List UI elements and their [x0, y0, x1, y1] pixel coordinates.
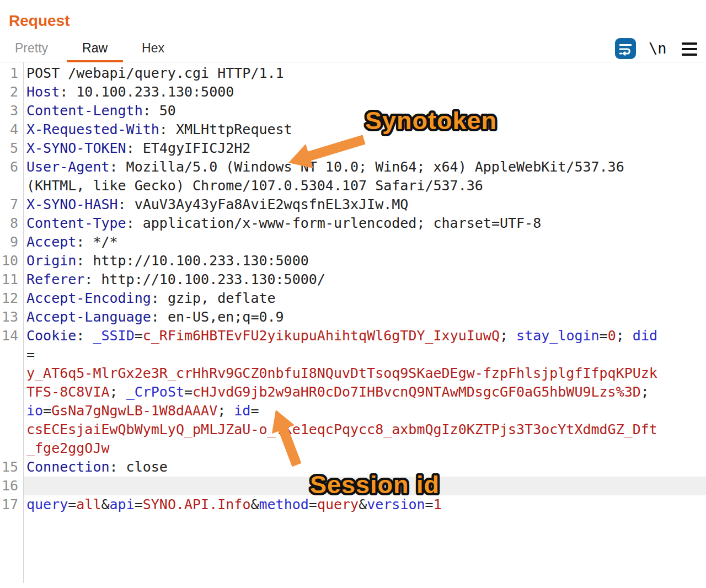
line-number: [0, 364, 23, 383]
synotoken-label: Synotoken: [365, 108, 497, 133]
code-row: 9Accept: */*: [0, 233, 706, 252]
code-line: _fge2ggOJw: [23, 439, 706, 458]
code-row: 10Origin: http://10.100.233.130:5000: [0, 252, 706, 270]
session-id-label: Session id: [310, 472, 440, 497]
line-number: [0, 345, 23, 364]
tab-bar: Pretty Raw Hex: [0, 38, 706, 62]
line-number: 14: [0, 327, 23, 345]
menu-bar: [682, 48, 697, 50]
code-line: POST /webapi/query.cgi HTTP/1.1: [23, 64, 706, 83]
menu-bar: [682, 54, 697, 56]
code-line: Content-Type: application/x-www-form-url…: [23, 214, 706, 233]
code-line: csECEsjaiEwQbWymLyQ_pMLJZaU-o_fKe1eqcPqy…: [23, 420, 706, 439]
code-row: 3Content-Length: 50: [0, 101, 706, 120]
panel-title: Request: [0, 0, 706, 29]
code-row: TFS-8C8VIA; _CrPoSt=cHJvdG9jb2w9aHR0cDo7…: [0, 383, 706, 402]
code-line: Cookie: _SSID=c_RFim6HBTEvFU2yikupuAhiht…: [23, 327, 706, 345]
line-number: [0, 420, 23, 439]
line-number: 5: [0, 139, 23, 158]
word-wrap-glyph: [615, 38, 636, 59]
line-number: 3: [0, 101, 23, 120]
line-number: 13: [0, 308, 23, 327]
code-line: Origin: http://10.100.233.130:5000: [23, 252, 706, 270]
line-number: 4: [0, 120, 23, 139]
tab-raw[interactable]: Raw: [82, 42, 108, 62]
hamburger-menu-icon[interactable]: [682, 42, 697, 56]
code-line: y_AT6q5-MlrGx2e3R_crHhRv9GCZ0nbfuI8NQuvD…: [23, 364, 706, 383]
session-id-arrow-icon: [264, 405, 308, 469]
line-number: 16: [0, 477, 23, 495]
line-number: 7: [0, 195, 23, 214]
code-line: io=GsNa7gNgwLB-1W8dAAAV; id=: [23, 402, 706, 420]
synotoken-arrow-icon: [276, 134, 367, 173]
line-number: 15: [0, 458, 23, 477]
line-number: 9: [0, 233, 23, 252]
code-row: 14Cookie: _SSID=c_RFim6HBTEvFU2yikupuAhi…: [0, 327, 706, 345]
code-line: TFS-8C8VIA; _CrPoSt=cHJvdG9jb2w9aHR0cDo7…: [23, 383, 706, 402]
code-row: 13Accept-Language: en-US,en;q=0.9: [0, 308, 706, 327]
code-row: 8Content-Type: application/x-www-form-ur…: [0, 214, 706, 233]
newline-toggle-icon[interactable]: \n: [649, 40, 667, 57]
line-number: [0, 402, 23, 420]
code-line: Accept-Language: en-US,en;q=0.9: [23, 308, 706, 327]
request-panel: Request Pretty Raw Hex \n 1POST /webapi/…: [0, 0, 706, 588]
code-row: 1POST /webapi/query.cgi HTTP/1.1: [0, 64, 706, 83]
code-row: 2Host: 10.100.233.130:5000: [0, 83, 706, 101]
line-number: [0, 439, 23, 458]
line-number: [0, 383, 23, 402]
code-row: 11Referer: http://10.100.233.130:5000/: [0, 270, 706, 289]
code-row: y_AT6q5-MlrGx2e3R_crHhRv9GCZ0nbfuI8NQuvD…: [0, 364, 706, 383]
code-line: Referer: http://10.100.233.130:5000/: [23, 270, 706, 289]
code-line: Accept: */*: [23, 233, 706, 252]
code-row: csECEsjaiEwQbWymLyQ_pMLJZaU-o_fKe1eqcPqy…: [0, 420, 706, 439]
code-row: 7X-SYNO-HASH: vAuV3Ay43yFa8AviE2wqsfnEL3…: [0, 195, 706, 214]
code-row: _fge2ggOJw: [0, 439, 706, 458]
tab-pretty[interactable]: Pretty: [15, 42, 48, 62]
code-row: =: [0, 345, 706, 364]
line-number: 1: [0, 64, 23, 83]
code-row: (KHTML, like Gecko) Chrome/107.0.5304.10…: [0, 177, 706, 195]
code-row: io=GsNa7gNgwLB-1W8dAAAV; id=: [0, 402, 706, 420]
line-number: 17: [0, 495, 23, 514]
code-rows: 1POST /webapi/query.cgi HTTP/1.12Host: 1…: [0, 64, 706, 514]
code-row: 12Accept-Encoding: gzip, deflate: [0, 289, 706, 308]
line-number: [0, 177, 23, 195]
line-number: 11: [0, 270, 23, 289]
word-wrap-icon[interactable]: [615, 38, 636, 59]
line-number: 10: [0, 252, 23, 270]
code-line: X-SYNO-HASH: vAuV3Ay43yFa8AviE2wqsfnEL3x…: [23, 195, 706, 214]
tab-hex[interactable]: Hex: [142, 42, 164, 62]
code-line: Accept-Encoding: gzip, deflate: [23, 289, 706, 308]
line-number: 2: [0, 83, 23, 101]
code-line: (KHTML, like Gecko) Chrome/107.0.5304.10…: [23, 177, 706, 195]
code-line: Content-Length: 50: [23, 101, 706, 120]
gutter-separator: [23, 62, 24, 583]
line-number: 8: [0, 214, 23, 233]
line-number: 12: [0, 289, 23, 308]
line-number: 6: [0, 158, 23, 177]
menu-bar: [682, 42, 697, 45]
code-line: =: [23, 345, 706, 364]
code-line: Host: 10.100.233.130:5000: [23, 83, 706, 101]
